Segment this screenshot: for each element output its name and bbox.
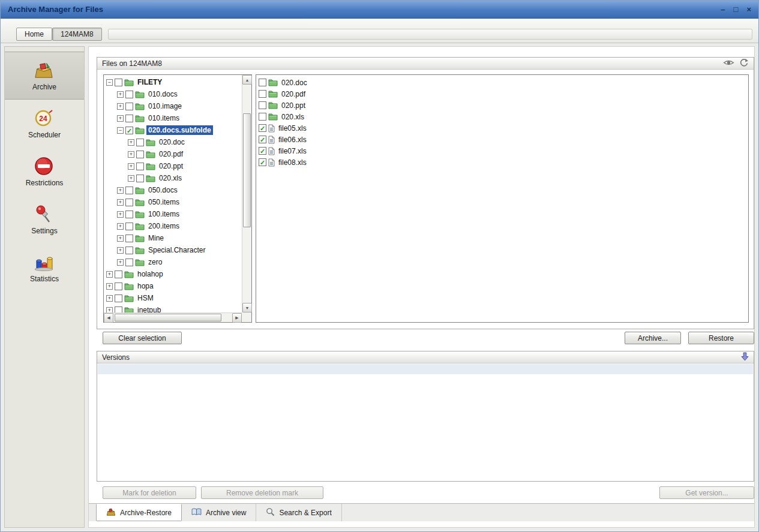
tree-node-label[interactable]: 010.docs xyxy=(146,89,179,99)
tree-node-label[interactable]: hopa xyxy=(136,281,155,291)
tab-search-export[interactable]: Search & Export xyxy=(256,504,341,521)
tree-node-label[interactable]: 100.items xyxy=(146,209,181,219)
file-name[interactable]: 020.pdf xyxy=(280,90,307,98)
expand-icon[interactable]: + xyxy=(128,151,134,158)
expand-icon[interactable]: + xyxy=(106,307,113,313)
tree-node[interactable]: +020.pdf xyxy=(105,148,242,160)
expand-icon[interactable]: + xyxy=(117,223,124,230)
file-checkbox[interactable] xyxy=(259,90,266,98)
file-checkbox[interactable] xyxy=(259,79,266,86)
scroll-down-icon[interactable]: ▼ xyxy=(242,303,252,312)
tree-checkbox[interactable] xyxy=(115,282,122,290)
tree-node[interactable]: +010.items xyxy=(105,112,242,124)
file-checkbox[interactable]: ✓ xyxy=(259,136,266,143)
tree-node-label[interactable]: 050.docs xyxy=(146,185,179,195)
file-list-item[interactable]: ✓file08.xls xyxy=(259,157,748,168)
archive-button[interactable]: Archive... xyxy=(625,332,681,344)
collapse-icon[interactable]: − xyxy=(117,127,124,134)
tree-checkbox[interactable] xyxy=(136,151,144,158)
file-list-item[interactable]: ✓file07.xls xyxy=(259,145,748,157)
tab-home[interactable]: Home xyxy=(16,28,52,41)
expand-icon[interactable]: + xyxy=(117,199,124,206)
sidebar-item-settings[interactable]: Settings xyxy=(5,196,84,244)
tree-node[interactable]: +020.ppt xyxy=(105,160,242,172)
file-name[interactable]: file06.xls xyxy=(277,136,308,144)
scroll-up-icon[interactable]: ▲ xyxy=(242,75,252,85)
tree-checkbox[interactable]: ✓ xyxy=(125,127,133,134)
tree-node[interactable]: +020.doc xyxy=(105,136,242,148)
tree-checkbox[interactable] xyxy=(136,163,144,170)
tree-horizontal-scrollbar[interactable]: ◀ ▶ xyxy=(104,312,242,322)
tree-node[interactable]: −✓020.docs.subfolde xyxy=(105,124,242,136)
sidebar-item-archive[interactable]: Archive xyxy=(5,52,84,100)
tab-124mam8[interactable]: 124MAM8 xyxy=(52,28,102,41)
tree-node-label[interactable]: 020.doc xyxy=(157,137,187,147)
tree-checkbox[interactable] xyxy=(115,306,122,313)
scrollbar-thumb[interactable] xyxy=(243,113,251,227)
file-list-item[interactable]: ✓file06.xls xyxy=(259,134,748,145)
eye-icon[interactable] xyxy=(723,59,734,68)
maximize-button[interactable]: □ xyxy=(734,5,739,13)
tree-node[interactable]: +200.items xyxy=(105,220,242,232)
tree-node-label[interactable]: Special.Character xyxy=(146,245,207,255)
tree-node-label[interactable]: 050.items xyxy=(146,197,181,207)
scroll-left-icon[interactable]: ◀ xyxy=(104,313,113,323)
tree-node[interactable]: +Mine xyxy=(105,232,242,244)
expand-icon[interactable]: + xyxy=(117,211,124,218)
file-list-item[interactable]: 020.doc xyxy=(259,77,748,88)
tree-checkbox[interactable] xyxy=(115,79,122,86)
tree-node[interactable]: +HSM xyxy=(105,292,242,304)
tree-node-label[interactable]: holahop xyxy=(136,269,165,279)
tab-archive-view[interactable]: Archive view xyxy=(182,504,256,521)
restore-button[interactable]: Restore xyxy=(688,332,754,344)
tree-checkbox[interactable] xyxy=(125,187,133,194)
file-list-item[interactable]: 020.pdf xyxy=(259,88,748,100)
tree-checkbox[interactable] xyxy=(125,259,133,266)
expand-icon[interactable]: + xyxy=(117,259,124,266)
remove-deletion-mark-button[interactable]: Remove deletion mark xyxy=(201,486,323,499)
file-list-item[interactable]: 020.ppt xyxy=(259,100,748,111)
tree-node[interactable]: −FILETY xyxy=(105,76,242,88)
file-name[interactable]: file08.xls xyxy=(277,158,308,167)
tree-node[interactable]: +100.items xyxy=(105,208,242,220)
collapse-icon[interactable]: − xyxy=(106,79,113,86)
file-list-item[interactable]: 020.xls xyxy=(259,111,748,122)
tree-checkbox[interactable] xyxy=(125,115,133,122)
scroll-right-icon[interactable]: ▶ xyxy=(232,313,242,323)
get-version-arrow-icon[interactable] xyxy=(741,352,749,363)
tree-node[interactable]: +holahop xyxy=(105,268,242,280)
file-name[interactable]: 020.xls xyxy=(280,113,306,121)
scrollbar-thumb[interactable] xyxy=(115,314,221,321)
file-checkbox[interactable]: ✓ xyxy=(259,158,266,166)
tree-checkbox[interactable] xyxy=(125,223,133,230)
tree-node[interactable]: +inetpub xyxy=(105,304,242,312)
tree-node-label[interactable]: 020.xls xyxy=(157,173,184,183)
tree-checkbox[interactable] xyxy=(115,270,122,278)
get-version-button[interactable]: Get version... xyxy=(659,486,754,499)
tree-node[interactable]: +020.xls xyxy=(105,172,242,184)
expand-icon[interactable]: + xyxy=(128,139,134,146)
expand-icon[interactable]: + xyxy=(117,235,124,242)
tab-archive-restore[interactable]: Archive-Restore xyxy=(96,504,182,521)
file-name[interactable]: file05.xls xyxy=(277,124,308,133)
tree-node-label[interactable]: HSM xyxy=(136,293,155,303)
tree-node-label[interactable]: Mine xyxy=(146,233,166,243)
tree-checkbox[interactable] xyxy=(125,211,133,218)
tree-node-label[interactable]: 020.pdf xyxy=(157,149,185,159)
minimize-button[interactable]: – xyxy=(721,5,725,13)
tree-node[interactable]: +050.items xyxy=(105,196,242,208)
tree-node-label[interactable]: 010.image xyxy=(146,101,184,111)
tree-vertical-scrollbar[interactable]: ▲ ▼ xyxy=(242,75,251,312)
expand-icon[interactable]: + xyxy=(117,115,124,122)
tree-node-label[interactable]: 200.items xyxy=(146,221,181,231)
tree-node-label[interactable]: inetpub xyxy=(136,305,163,312)
file-checkbox[interactable]: ✓ xyxy=(259,147,266,155)
sidebar-item-restrictions[interactable]: Restrictions xyxy=(5,148,84,196)
tree-node[interactable]: +010.image xyxy=(105,100,242,112)
tree-checkbox[interactable] xyxy=(125,247,133,254)
file-name[interactable]: 020.ppt xyxy=(280,101,307,110)
file-checkbox[interactable] xyxy=(259,113,266,121)
tree-node-label[interactable]: zero xyxy=(146,257,164,267)
versions-empty-row[interactable] xyxy=(98,364,753,374)
tree-checkbox[interactable] xyxy=(125,199,133,206)
